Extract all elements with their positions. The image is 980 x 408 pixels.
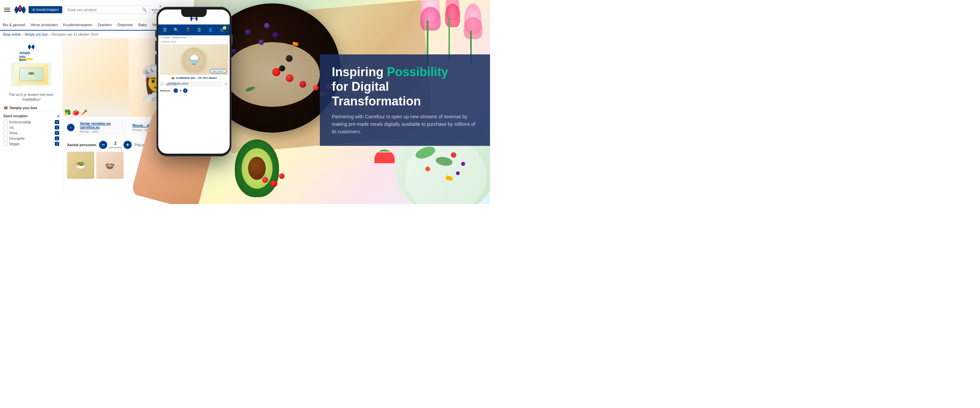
phone-menu-icon[interactable]: ☰ <box>163 27 167 32</box>
persons-label: Aantal personen <box>67 143 96 147</box>
phone-prev-arrow[interactable]: ‹ <box>159 82 164 86</box>
checkbox-vis[interactable] <box>3 125 8 130</box>
phone-location-icon[interactable]: 📍 <box>185 27 191 32</box>
phone-persons-label: Aantal pe... <box>160 89 172 92</box>
phone-account-icon[interactable]: 👤 <box>208 27 213 32</box>
box-icon-phone: 📦 <box>171 76 175 79</box>
phone-recipe-date: Recep... okto... <box>166 84 221 86</box>
filter-gevogelte[interactable]: Gevogelte 1 <box>3 137 59 140</box>
phone-bowl-image: 🍚 <box>182 48 206 71</box>
phone-recipe-nav: ‹ ...Recepten op ...r.ou.eu Recep... okt… <box>158 81 230 87</box>
recipe-card-img-1[interactable]: 🥗 <box>67 152 94 179</box>
phone-screen: ☰ 🔍 📍 ☰ 👤 🛒0 ...n online> › Simply you b… <box>158 10 230 154</box>
phone-search-icon[interactable]: 🔍 <box>173 27 179 32</box>
overlay-title-white1: Inspiring <box>332 65 387 79</box>
phone-cart-icon[interactable]: 🛒0 <box>220 27 225 32</box>
simply-you-box-logo: simply you BOX <box>16 42 47 63</box>
checkbox-gevogelte[interactable] <box>3 137 8 140</box>
phone-recipe-card: ...Recepten op ...r.ou.eu Recep... okto.… <box>165 81 223 87</box>
svg-text:BOX: BOX <box>19 59 26 62</box>
filter-kindvriendelijk[interactable]: Kindvriendelijk 3 <box>3 120 59 124</box>
checkbox-kindvriendelijk[interactable] <box>3 120 8 124</box>
sidebar: simply you BOX 🥗 <box>0 39 63 196</box>
menu-button[interactable] <box>3 6 11 13</box>
filter-group: Soort recepten ∧ Kindvriendelijk 3 Vis <box>3 114 59 146</box>
phone-list-icon[interactable]: ☰ <box>197 27 201 32</box>
overlay-title-white2: for Digital <box>332 79 389 94</box>
recipe-prev-arrow[interactable]: ‹ <box>67 124 75 131</box>
checkbox-veggie[interactable] <box>3 142 8 146</box>
filter-vlees[interactable]: Vlees 2 <box>3 131 59 135</box>
phone-hero: 🍚 Meer weten? <box>159 44 228 75</box>
phone-device: ☰ 🔍 📍 ☰ 👤 🛒0 ...n online> › Simply you b… <box>156 7 231 156</box>
sidebar-tagline: Pak uit in je keuken met onze maaltijdbo… <box>3 92 59 102</box>
overlay-description: Partnering with Carrefour to open up new… <box>332 113 478 136</box>
overlay-title-highlight: Possibility <box>387 65 448 79</box>
breadcrumb-simply[interactable]: Simply you box <box>24 33 48 37</box>
carrefour-logo[interactable] <box>14 3 27 16</box>
phone-notch <box>181 10 207 17</box>
breadcrumb-sep1: › <box>22 33 23 37</box>
simply-logo-area: simply you BOX 🥗 <box>3 42 59 90</box>
phone-komende-week: 📦 KOMENDE WE... OP HET MENU <box>158 76 230 81</box>
filter-title: Soort recepten ∧ <box>3 114 59 118</box>
phone-nav-bar: ☰ 🔍 📍 ☰ 👤 🛒0 <box>158 24 230 35</box>
phone-meer-weten-btn[interactable]: Meer weten? <box>210 69 227 73</box>
checkbox-vlees[interactable] <box>3 131 8 135</box>
filter-vis[interactable]: Vis 1 <box>3 125 59 130</box>
watermelon-deco <box>374 149 395 170</box>
phone-next-arrow[interactable]: › <box>224 82 228 86</box>
phone-persons-val: 2 <box>180 89 181 92</box>
shop-button[interactable]: Je boodschappen <box>29 6 62 13</box>
phone-plus-btn[interactable]: + <box>183 88 188 93</box>
svg-text:you: you <box>19 55 25 59</box>
phone-date: 1 oktober 2019 <box>158 40 230 43</box>
filter-chevron[interactable]: ∧ <box>57 114 59 118</box>
nav-bio[interactable]: Bio & gezond <box>3 23 25 27</box>
phone-breadcrumb: ...n online> › Simply you box <box>158 35 230 40</box>
product-box-image: 🥗 <box>11 63 52 86</box>
box-icon: 📦 <box>3 105 8 110</box>
breadcrumb-sep2: › <box>49 33 50 37</box>
nav-kruideniers[interactable]: Kruidenierswaren <box>63 23 92 27</box>
overlay-text-box: Inspiring Possibility for Digital Transf… <box>320 54 490 146</box>
phone-hand-area: ☰ 🔍 📍 ☰ 👤 🛒0 ...n online> › Simply you b… <box>102 0 272 204</box>
svg-text:simply: simply <box>19 51 30 55</box>
phone-persons-section: Aantal pe... − 2 + <box>158 87 230 94</box>
overlay-title-white3: Transformation <box>332 94 421 108</box>
overlay-title: Inspiring Possibility for Digital Transf… <box>332 65 478 109</box>
sidebar-section-title[interactable]: 📦 Simply you box <box>3 105 59 111</box>
breadcrumb-shop[interactable]: Shop online <box>3 33 21 37</box>
filter-veggie[interactable]: Veggie 3 <box>3 142 59 146</box>
nav-verse[interactable]: Verse producten <box>30 23 57 27</box>
phone-minus-btn[interactable]: − <box>173 88 178 93</box>
breadcrumb-current: Recepten van 21 oktober 2019 <box>51 33 98 37</box>
